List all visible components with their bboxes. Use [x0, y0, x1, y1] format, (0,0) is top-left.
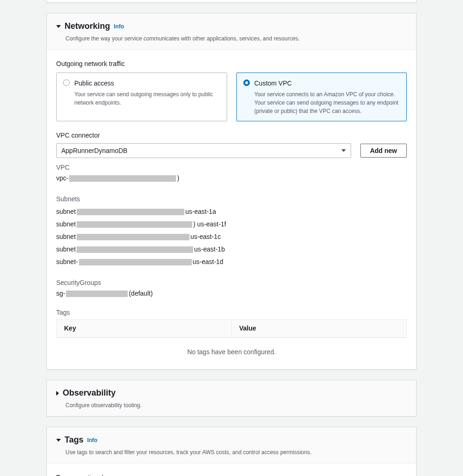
tags-optional-heading: Tags — optional — [56, 473, 407, 476]
redacted-value — [79, 259, 192, 265]
vpc-connector-label: VPC connector — [56, 131, 407, 140]
previous-panel-edge — [46, 0, 417, 3]
tags-th-value: Value — [231, 320, 406, 337]
subnet-prefix: subnet — [56, 232, 76, 242]
tags-heading-text: Tags — — [56, 474, 78, 476]
subnet-zone: us-east-1c — [190, 232, 221, 242]
networking-body: Outgoing network traffic Public access Y… — [47, 50, 416, 369]
vpc-suffix: ) — [177, 173, 179, 183]
custom-vpc-desc: Your service connects to an Amazon VPC o… — [254, 90, 400, 115]
networking-subtitle: Configure the way your service communica… — [65, 34, 407, 43]
radio-checked-icon — [243, 79, 250, 86]
observability-header[interactable]: Observability Configure observability to… — [47, 380, 416, 416]
vpc-connector-select[interactable]: AppRunnerDynamoDB — [56, 143, 351, 158]
subnet-prefix: subnet — [56, 207, 76, 217]
subnets-label: Subnets — [56, 194, 407, 204]
redacted-value — [77, 246, 193, 253]
vpc-label: VPC — [56, 163, 407, 172]
vpc-connector-value: AppRunnerDynamoDB — [61, 146, 127, 156]
redacted-value — [66, 291, 128, 297]
radio-unchecked-icon — [63, 79, 70, 86]
subnet-prefix: subnet- — [56, 257, 78, 267]
observability-title: Observability — [63, 387, 116, 399]
sg-prefix: sg- — [56, 289, 65, 298]
networking-info-link[interactable]: Info — [114, 22, 124, 31]
tags-panel: Tags Info Use tags to search and filter … — [46, 427, 417, 476]
tags-th-key: Key — [57, 320, 231, 337]
public-access-title: Public access — [74, 79, 220, 88]
custom-vpc-option[interactable]: Custom VPC Your service connects to an A… — [236, 73, 407, 121]
tags-subtitle: Use tags to search and filter your resou… — [65, 448, 407, 456]
tags-info-link[interactable]: Info — [87, 436, 98, 444]
tags-optional-text: optional — [78, 474, 103, 476]
subnet-prefix: subnet — [56, 219, 76, 229]
tags-title: Tags — [65, 434, 84, 446]
tags-label: Tags — [56, 308, 407, 317]
redacted-value — [69, 175, 176, 182]
subnet-zone: us-east-1a — [185, 207, 216, 217]
redacted-value — [77, 234, 189, 240]
outgoing-traffic-label: Outgoing network traffic — [56, 59, 407, 69]
networking-panel: Networking Info Configure the way your s… — [46, 13, 417, 370]
redacted-value — [77, 221, 192, 228]
subnet-zone: us-east-1b — [194, 245, 225, 254]
subnet-prefix: subnet — [56, 245, 76, 254]
tags-header[interactable]: Tags Info Use tags to search and filter … — [47, 427, 416, 463]
add-new-button[interactable]: Add new — [360, 144, 407, 158]
tags-empty-message: No tags have been configured. — [56, 338, 407, 360]
vpc-prefix: vpc- — [56, 173, 68, 183]
observability-subtitle: Configure observability tooling. — [65, 401, 407, 410]
chevron-down-icon — [341, 149, 346, 152]
security-groups-label: SecurityGroups — [56, 278, 407, 288]
networking-header[interactable]: Networking Info Configure the way your s… — [47, 13, 416, 50]
observability-panel: Observability Configure observability to… — [46, 380, 417, 416]
security-group-value: sg- (default) — [56, 289, 407, 298]
tags-table: Key Value — [56, 319, 407, 338]
sg-suffix: (default) — [129, 289, 152, 298]
public-access-option[interactable]: Public access Your service can send outg… — [56, 73, 227, 121]
subnet-row: subnet ) us-east-1f — [56, 219, 407, 229]
subnet-row: subnet us-east-1a — [56, 207, 407, 217]
networking-title: Networking — [65, 20, 110, 33]
subnet-zone: ) us-east-1f — [193, 219, 226, 229]
chevron-down-icon — [56, 25, 61, 28]
chevron-right-icon — [56, 391, 59, 396]
public-access-desc: Your service can send outgoing messages … — [74, 90, 220, 107]
tags-body: Tags — optional A tag is a key-value pai… — [47, 463, 416, 476]
custom-vpc-title: Custom VPC — [254, 79, 400, 88]
subnet-zone: us-east-1d — [193, 257, 223, 267]
chevron-down-icon — [56, 439, 61, 442]
subnet-row: subnet- us-east-1d — [56, 257, 407, 267]
subnet-row: subnet us-east-1b — [56, 245, 407, 254]
subnet-row: subnet us-east-1c — [56, 232, 407, 242]
redacted-value — [77, 209, 184, 215]
vpc-value: vpc- ) — [56, 173, 407, 183]
